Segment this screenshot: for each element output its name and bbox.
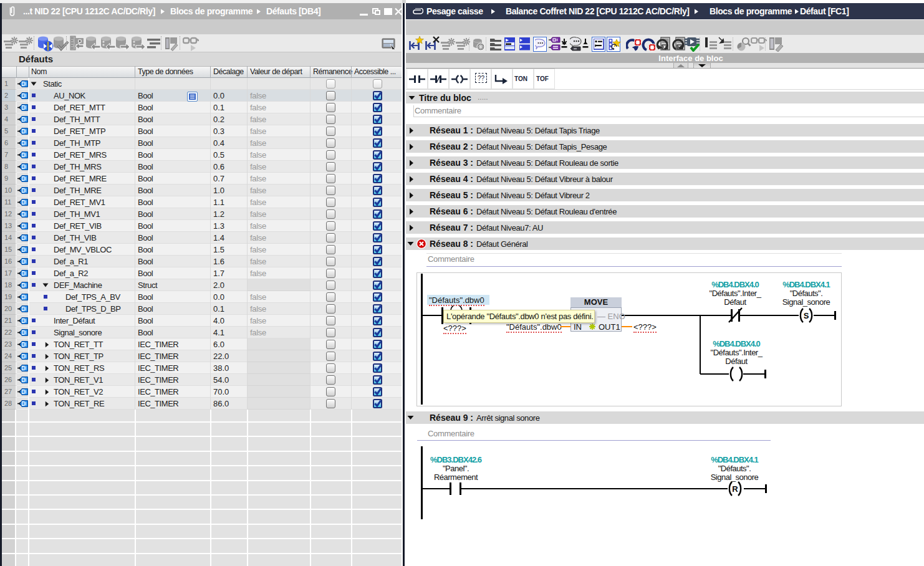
svg-text:R: R: [732, 484, 738, 494]
svg-text:S: S: [804, 311, 809, 320]
